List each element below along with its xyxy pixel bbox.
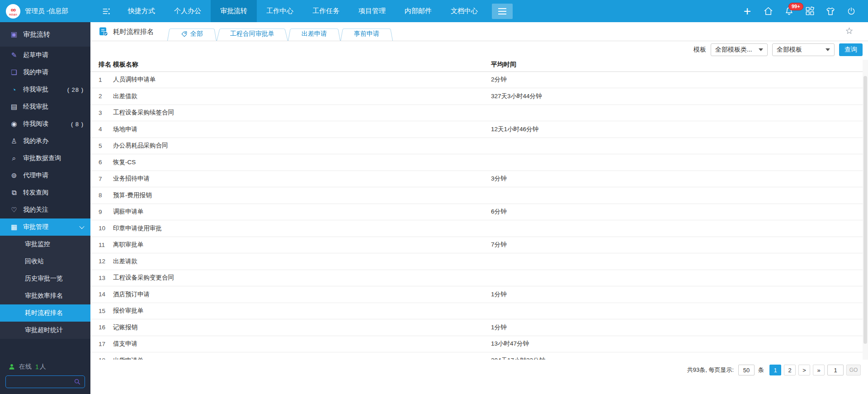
table-row[interactable]: 1 人员调转申请单 2分钟 — [90, 71, 868, 88]
top-nav-item[interactable]: 工作中心 — [257, 0, 303, 22]
cell-template-name: 人员调转申请单 — [113, 71, 491, 88]
table-row[interactable]: 17 借支申请 13小时47分钟 — [90, 336, 868, 352]
template-category-select[interactable]: 全部模板类... — [711, 43, 768, 56]
table-row[interactable]: 12 出差请款 — [90, 253, 868, 270]
bell-icon[interactable]: 99+ — [783, 6, 794, 17]
table-row[interactable]: 5 办公易耗品采购合同 — [90, 138, 868, 154]
sidebar-subitem[interactable]: 历史审批一览 — [0, 270, 90, 287]
table-row[interactable]: 16 记账报销 1分钟 — [90, 319, 868, 336]
column-header-rank: 排名 — [90, 58, 113, 71]
sidebar-item[interactable]: ◔ 待我审批 ( 28 ) — [0, 81, 90, 98]
table-row[interactable]: 8 预算-费用报销 — [90, 187, 868, 204]
table-row[interactable]: 13 工程设备采购变更合同 — [90, 270, 868, 286]
sidebar-item[interactable]: ⧉ 转发查阅 — [0, 184, 90, 201]
sidebar-item[interactable]: ❏ 我的申请 — [0, 64, 90, 81]
page-button[interactable]: 2 — [784, 365, 796, 375]
page-button[interactable]: > — [798, 365, 810, 375]
chevron-down-icon — [79, 224, 84, 229]
sidebar-item-label: 待我阅读 — [23, 120, 48, 128]
sidebar-item[interactable]: ⊚ 代理申请 — [0, 167, 90, 184]
top-nav-item[interactable]: 快捷方式 — [118, 0, 165, 22]
sidebar-item-label: 起草申请 — [23, 51, 48, 59]
plus-icon[interactable]: + — [742, 6, 753, 17]
favorite-star-icon[interactable] — [845, 27, 854, 37]
table-row[interactable]: 7 业务招待申请 3分钟 — [90, 171, 868, 187]
query-button[interactable]: 查询 — [839, 43, 863, 56]
approval-flow-icon: ▣ — [10, 30, 18, 38]
sidebar-module-header[interactable]: ▣ 审批流转 — [0, 22, 90, 47]
filter-label: 模板 — [693, 46, 706, 54]
top-nav-item[interactable]: 内部邮件 — [395, 0, 441, 22]
sidebar-item[interactable]: ▤ 经我审批 — [0, 98, 90, 115]
cell-template-name: 工程设备采购变更合同 — [113, 270, 491, 286]
tab[interactable]: 事前申请 — [340, 27, 393, 41]
cell-rank: 7 — [90, 171, 113, 187]
sidebar-subitem[interactable]: 回收站 — [0, 253, 90, 270]
cell-rank: 2 — [90, 88, 113, 105]
top-nav-item[interactable]: 审批流转 — [211, 0, 257, 22]
top-nav-item[interactable]: 个人办公 — [165, 0, 211, 22]
table-row[interactable]: 2 出差借款 327天3小时44分钟 — [90, 88, 868, 105]
table-row[interactable]: 10 印章申请使用审批 — [90, 220, 868, 237]
table-row[interactable]: 14 酒店预订申请 1分钟 — [90, 286, 868, 303]
dropdown-arrow-icon — [759, 48, 763, 51]
sidebar-item-label: 我的承办 — [23, 137, 48, 145]
cell-average-time: 204天17小时22分钟 — [491, 352, 868, 360]
page-size-input[interactable] — [738, 365, 755, 375]
top-nav-item[interactable]: 项目管理 — [349, 0, 395, 22]
sidebar-search-input[interactable] — [9, 379, 74, 385]
more-menu-button[interactable] — [492, 4, 513, 19]
page-doc-icon — [99, 27, 108, 37]
table-scrollbar-thumb[interactable] — [863, 76, 867, 344]
nav-expand-icon[interactable] — [101, 7, 111, 16]
cell-rank: 8 — [90, 187, 113, 204]
table-row[interactable]: 11 离职审批单 7分钟 — [90, 237, 868, 253]
apps-grid-icon[interactable] — [804, 6, 815, 17]
cell-rank: 15 — [90, 303, 113, 319]
main-content: 耗时流程排名 全部 — [90, 22, 868, 394]
proxy-apply-icon: ⊚ — [10, 171, 18, 180]
theme-shirt-icon[interactable] — [825, 6, 836, 17]
sidebar-item-label: 代理申请 — [23, 171, 48, 180]
online-unit: 人 — [40, 363, 46, 371]
sidebar-item[interactable]: ▦ 审批管理 — [0, 218, 90, 236]
sidebar-subitem[interactable]: 耗时流程排名 — [0, 304, 90, 322]
sidebar-subitem[interactable]: 审批监控 — [0, 236, 90, 253]
page-jump-input[interactable] — [827, 365, 844, 375]
tab-label: 事前申请 — [354, 30, 379, 38]
sidebar-item[interactable]: ⌕ 审批数据查询 — [0, 150, 90, 167]
power-icon[interactable] — [846, 6, 857, 17]
table-row[interactable]: 4 场地申请 12天1小时46分钟 — [90, 121, 868, 138]
tab[interactable]: 出差申请 — [288, 27, 340, 41]
sidebar-item[interactable]: ♡ 我的关注 — [0, 201, 90, 218]
user-department-label: 管理员 -信息部 — [25, 7, 68, 15]
page-button[interactable]: » — [813, 365, 825, 375]
table-row[interactable]: 18 出货申请单 204天17小时22分钟 — [90, 352, 868, 360]
sidebar-subitem[interactable]: 审批超时统计 — [0, 322, 90, 339]
cell-template-name: 办公易耗品采购合同 — [113, 138, 491, 154]
tag-icon — [181, 31, 188, 38]
sidebar-subitem[interactable]: 审批效率排名 — [0, 287, 90, 304]
pagination-summary: 共93条, 每页显示: — [687, 366, 734, 374]
sidebar-item-label: 经我审批 — [23, 103, 48, 111]
sidebar-item[interactable]: ♙ 我的承办 — [0, 133, 90, 150]
cell-template-name: 印章申请使用审批 — [113, 220, 491, 237]
template-select[interactable]: 全部模板 — [772, 43, 835, 56]
home-icon[interactable] — [763, 6, 774, 17]
search-icon[interactable] — [74, 378, 81, 385]
table-row[interactable]: 3 工程设备采购续签合同 — [90, 104, 868, 121]
topbar: ∞ 华天动力 管理员 -信息部 快捷方式 个人办公 审批流转 工作中心 工作任务… — [0, 0, 868, 22]
cell-template-name: 离职审批单 — [113, 237, 491, 253]
cell-rank: 16 — [90, 319, 113, 336]
sidebar-item[interactable]: ◉ 待我阅读 ( 8 ) — [0, 115, 90, 133]
top-nav-item[interactable]: 工作任务 — [303, 0, 349, 22]
tab[interactable]: 工程合同审批单 — [217, 27, 288, 41]
table-row[interactable]: 9 调薪申请单 6分钟 — [90, 204, 868, 220]
table-row[interactable]: 15 报价审批单 — [90, 303, 868, 319]
table-row[interactable]: 6 恢复-CS — [90, 154, 868, 171]
sidebar-item[interactable]: ✎ 起草申请 — [0, 47, 90, 64]
page-button[interactable]: 1 — [769, 365, 781, 375]
go-button[interactable]: GO — [846, 365, 861, 375]
top-nav-item[interactable]: 文档中心 — [441, 0, 487, 22]
tab[interactable]: 全部 — [167, 27, 217, 41]
